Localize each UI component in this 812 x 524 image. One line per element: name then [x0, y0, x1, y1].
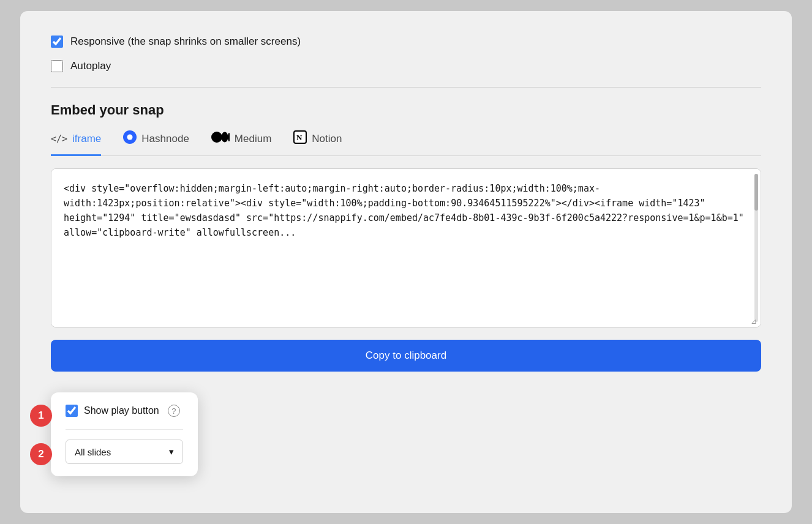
tab-iframe-label: iframe: [72, 133, 101, 145]
tab-notion[interactable]: N Notion: [293, 130, 342, 156]
responsive-checkbox-label: Responsive (the snap shrinks on smaller …: [70, 36, 301, 48]
autoplay-checkbox-label: Autoplay: [70, 60, 111, 72]
tab-medium[interactable]: Medium: [211, 130, 271, 156]
dropdown-label: All slides: [75, 447, 111, 457]
embed-tabs: </> iframe Hashnode Medium: [51, 130, 761, 156]
floating-popup: 1 Show play button ? 2 All slides ▾: [51, 392, 198, 476]
medium-icon: [211, 132, 230, 146]
tab-iframe[interactable]: </> iframe: [51, 130, 101, 156]
svg-point-1: [127, 135, 133, 140]
svg-point-3: [221, 132, 228, 143]
responsive-checkbox[interactable]: [51, 36, 63, 48]
all-slides-dropdown[interactable]: All slides ▾: [66, 440, 183, 464]
badge-2: 2: [30, 443, 52, 465]
svg-point-4: [228, 133, 230, 141]
responsive-checkbox-row: Responsive (the snap shrinks on smaller …: [51, 36, 761, 48]
show-play-button-label: Show play button: [84, 405, 159, 416]
code-area-wrapper: <div style="overflow:hidden;margin-left:…: [51, 168, 761, 328]
autoplay-checkbox-row: Autoplay: [51, 60, 761, 72]
scrollbar-thumb[interactable]: [754, 174, 758, 211]
popup-divider: [66, 429, 183, 430]
svg-text:N: N: [296, 133, 303, 142]
autoplay-checkbox[interactable]: [51, 60, 63, 72]
notion-icon: N: [293, 130, 307, 147]
resize-handle[interactable]: ⊿: [751, 317, 759, 326]
svg-point-2: [211, 132, 222, 143]
tab-hashnode-label: Hashnode: [141, 133, 189, 145]
popup-show-play-row: Show play button ?: [66, 405, 183, 417]
iframe-icon: </>: [51, 133, 67, 144]
scrollbar-track[interactable]: [754, 174, 758, 322]
embed-section-title: Embed your snap: [51, 102, 761, 118]
tab-notion-label: Notion: [312, 133, 342, 145]
show-play-button-checkbox[interactable]: [66, 405, 78, 417]
tab-medium-label: Medium: [235, 133, 271, 145]
main-bottom-bar: Copy to clipboard: [51, 340, 761, 372]
modal-container: Responsive (the snap shrinks on smaller …: [20, 11, 792, 513]
copy-to-clipboard-button[interactable]: Copy to clipboard: [51, 340, 761, 372]
chevron-down-icon: ▾: [169, 446, 174, 457]
badge-1: 1: [30, 405, 52, 427]
tab-hashnode[interactable]: Hashnode: [123, 130, 189, 156]
section-divider: [51, 87, 761, 88]
embed-code-textarea[interactable]: <div style="overflow:hidden;margin-left:…: [51, 169, 761, 327]
help-icon[interactable]: ?: [168, 405, 180, 417]
hashnode-icon: [123, 130, 137, 147]
